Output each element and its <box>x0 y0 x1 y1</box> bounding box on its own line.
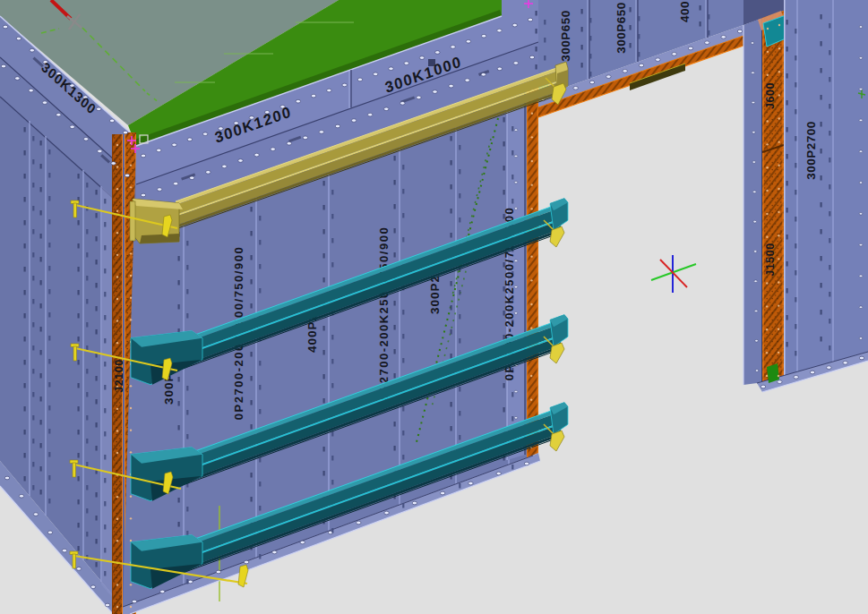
filler-label-j600: J600 <box>764 82 777 109</box>
filler-label-j1500: J1500 <box>764 243 777 276</box>
right-pier <box>743 0 868 392</box>
work-plane-marker <box>651 255 696 293</box>
panel-label-pier: 300P2700 <box>804 121 818 180</box>
panel-label-lintel-2: 300P650 <box>614 2 628 54</box>
panel-label-lintel-3: 400 <box>678 1 692 22</box>
wall-panel-label-4: 0P2700-200K2500/750/900 <box>377 226 391 400</box>
cad-3d-viewport[interactable]: 300K1300 300K1200 300K1000 300P650 300P6… <box>0 0 868 614</box>
filler-label-j2100: J2100 <box>113 359 125 392</box>
wall-panel-label-5: 300P2 <box>428 275 442 314</box>
model-canvas: 300K1300 300K1200 300K1000 300P650 300P6… <box>0 0 868 614</box>
panel-label-lintel-1: 300P650 <box>559 10 572 62</box>
